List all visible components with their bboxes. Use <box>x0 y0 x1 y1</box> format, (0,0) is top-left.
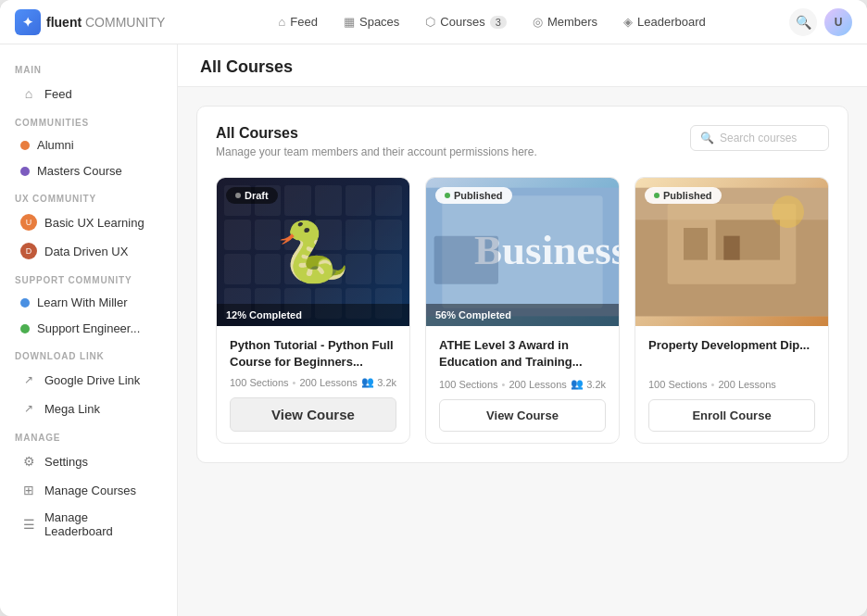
sidebar-basic-ux-label: Basic UX Learning <box>44 216 144 230</box>
nav-spaces-label: Spaces <box>359 15 399 29</box>
nav-members-label: Members <box>547 15 597 29</box>
svg-rect-3 <box>434 236 498 284</box>
basic-ux-dot: U <box>20 214 37 231</box>
sidebar-section-manage: MANAGE <box>0 423 177 446</box>
home-icon: ⌂ <box>278 15 285 29</box>
alumni-dot <box>20 141 30 150</box>
sidebar-item-manage-courses[interactable]: ⊞ Manage Courses <box>6 476 171 504</box>
python-students: 👥 3.2k <box>361 376 396 388</box>
search-courses-placeholder: Search courses <box>720 132 797 145</box>
sidebar-item-settings[interactable]: ⚙ Settings <box>6 447 171 475</box>
settings-icon: ⚙ <box>20 453 37 470</box>
search-icon: 🔍 <box>700 132 714 145</box>
logo-text: fluent COMMUNITY <box>46 15 165 30</box>
business-users-icon: 👥 <box>571 378 584 390</box>
meta-separator2: • <box>502 379 506 390</box>
nav-feed[interactable]: ⌂ Feed <box>267 9 329 34</box>
user-avatar[interactable]: U <box>824 8 852 36</box>
business-card-meta: 100 Sections • 200 Lessons 👥 3.2k <box>439 378 606 390</box>
support-eng-dot <box>20 324 30 333</box>
sidebar-item-manage-leaderboard[interactable]: ☰ Manage Leaderboard <box>6 505 171 544</box>
users-icon: 👥 <box>361 376 374 388</box>
property-status-badge: Published <box>645 187 722 204</box>
sidebar: MAIN ⌂ Feed COMMUNITIES Alumni Masters C… <box>0 44 178 616</box>
python-card-meta: 100 Sections • 200 Lessons 👥 3.2k <box>230 376 396 388</box>
main-layout: MAIN ⌂ Feed COMMUNITIES Alumni Masters C… <box>0 44 867 616</box>
sidebar-section-download: DOWNLOAD LINK <box>0 342 177 365</box>
python-lessons: 200 Lessons <box>299 377 357 388</box>
python-status-badge: Draft <box>226 187 278 204</box>
data-driven-dot: D <box>20 243 37 259</box>
sidebar-alumni-label: Alumni <box>37 138 74 152</box>
sidebar-gdrive-label: Google Drive Link <box>44 373 140 387</box>
business-progress-bar: 56% Completed <box>426 304 619 326</box>
sidebar-section-ux: UX COMMUNITY <box>0 184 177 207</box>
python-logo-icon: 🐍 <box>276 218 350 287</box>
learn-miller-dot <box>20 298 30 308</box>
business-progress-label: 56% Completed <box>435 309 511 321</box>
app-window: ✦ fluent COMMUNITY ⌂ Feed ▦ Spaces ⬡ Cou… <box>0 0 867 616</box>
property-sections: 100 Sections <box>648 379 708 390</box>
sidebar-manage-courses-label: Manage Courses <box>44 484 136 497</box>
sidebar-item-mega[interactable]: ↗ Mega Link <box>6 395 171 422</box>
sidebar-item-alumni[interactable]: Alumni <box>6 132 171 157</box>
course-card-property: Published Property Development Dip... 10… <box>635 177 829 444</box>
feed-icon: ⌂ <box>20 85 37 102</box>
nav-leaderboard[interactable]: ◈ Leaderboard <box>612 9 717 34</box>
members-icon: ◎ <box>533 15 543 29</box>
manage-courses-icon: ⊞ <box>20 482 37 498</box>
sidebar-support-eng-label: Support Engineer... <box>37 321 140 335</box>
business-card-title: ATHE Level 3 Award in Education and Trai… <box>439 337 606 371</box>
page-header: All Courses <box>178 44 867 87</box>
sidebar-item-learn-miller[interactable]: Learn With Miller <box>6 290 171 315</box>
nav-members[interactable]: ◎ Members <box>521 9 609 34</box>
property-lessons: 200 Lessons <box>718 379 775 390</box>
sidebar-item-feed[interactable]: ⌂ Feed <box>6 80 171 107</box>
sidebar-section-main: MAIN <box>0 56 177 79</box>
nav-spaces[interactable]: ▦ Spaces <box>333 9 410 34</box>
python-progress-label: 12% Completed <box>226 309 302 321</box>
leaderboard-icon: ◈ <box>623 15 633 29</box>
python-card-title: Python Tutorial - Python Full Course for… <box>230 337 396 371</box>
sidebar-settings-label: Settings <box>44 455 88 469</box>
business-students: 👥 3.2k <box>571 378 606 390</box>
search-button[interactable]: 🔍 <box>789 8 817 36</box>
nav-leaderboard-label: Leaderboard <box>637 15 706 29</box>
svg-rect-8 <box>684 228 708 260</box>
sidebar-item-basic-ux[interactable]: U Basic UX Learning <box>6 208 171 236</box>
sidebar-data-driven-label: Data Driven UX <box>44 245 128 258</box>
python-card-body: Python Tutorial - Python Full Course for… <box>217 326 409 443</box>
manage-leaderboard-icon: ☰ <box>20 516 37 533</box>
course-card-business: Business Published 56% Completed <box>425 177 620 444</box>
business-card-body: ATHE Level 3 Award in Education and Trai… <box>426 326 619 443</box>
page-title: All Courses <box>200 57 845 77</box>
nav-courses[interactable]: ⬡ Courses 3 <box>414 9 518 34</box>
nav-courses-label: Courses <box>440 15 484 29</box>
courses-icon: ⬡ <box>425 15 435 29</box>
courses-badge: 3 <box>490 16 507 29</box>
business-status-badge: Published <box>435 187 512 204</box>
courses-panel: All Courses Manage your team members and… <box>196 106 848 463</box>
sidebar-section-communities: COMMUNITIES <box>0 108 177 132</box>
property-enroll-button[interactable]: Enroll Course <box>648 399 815 432</box>
sidebar-learn-miller-label: Learn With Miller <box>37 295 128 309</box>
courses-panel-title: All Courses <box>216 125 537 142</box>
courses-panel-header: All Courses Manage your team members and… <box>216 125 829 158</box>
sidebar-section-support: SUPPORT COMMUNITY <box>0 266 177 289</box>
sidebar-item-masters-course[interactable]: Masters Course <box>6 158 171 183</box>
sidebar-feed-label: Feed <box>44 87 72 101</box>
python-view-course-button[interactable]: View Course <box>230 397 396 432</box>
property-card-meta: 100 Sections • 200 Lessons <box>648 379 815 390</box>
sidebar-item-support-eng[interactable]: Support Engineer... <box>6 316 171 341</box>
python-card-image: 🐍 Draft 12% Completed <box>217 178 409 326</box>
property-card-title: Property Development Dip... <box>648 337 815 354</box>
courses-grid: 🐍 Draft 12% Completed Python Tutorial - … <box>216 177 829 444</box>
external-link2-icon: ↗ <box>20 400 37 417</box>
sidebar-item-data-driven[interactable]: D Data Driven UX <box>6 237 171 265</box>
course-card-python: 🐍 Draft 12% Completed Python Tutorial - … <box>216 177 410 444</box>
logo-icon: ✦ <box>15 9 41 35</box>
search-courses-field[interactable]: 🔍 Search courses <box>690 125 829 151</box>
logo[interactable]: ✦ fluent COMMUNITY <box>15 9 165 35</box>
sidebar-item-gdrive[interactable]: ↗ Google Drive Link <box>6 366 171 394</box>
business-view-course-button[interactable]: View Course <box>439 399 606 432</box>
